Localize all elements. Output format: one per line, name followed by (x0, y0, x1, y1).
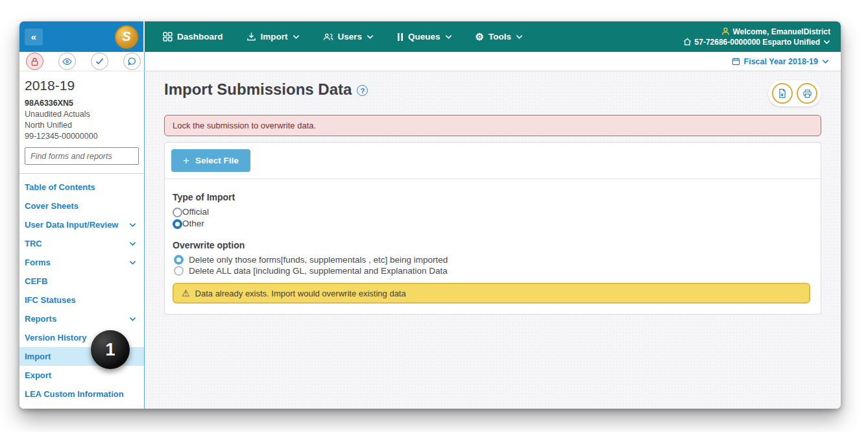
search-input[interactable] (25, 147, 139, 165)
sidebar-collapse-button[interactable]: « (25, 29, 43, 45)
file-export-icon (778, 88, 787, 99)
top-header: « S Dashboard Import (19, 21, 841, 52)
page-actions (768, 80, 821, 106)
radio-delete-all-data[interactable]: Delete ALL data [including GL, supplemen… (174, 265, 813, 276)
submission-status-icons (19, 52, 145, 71)
main-content: Import Submissions Data ? (145, 71, 841, 409)
check-icon (95, 58, 104, 65)
nav-label: Users (338, 32, 363, 42)
eye-icon (62, 58, 72, 66)
validation-status-button[interactable] (91, 53, 108, 70)
page-title: Import Submissions Data ? (164, 80, 368, 99)
radio-official[interactable]: Official (173, 206, 813, 218)
sidebar-item-cefb[interactable]: CEFB (19, 272, 144, 291)
sidebar-item-label: LEA Custom Information (25, 389, 124, 399)
sidebar-item-label: Import (25, 352, 51, 361)
sidebar-item-label: Version History (25, 333, 86, 342)
gear-icon: ⚙ (476, 32, 484, 42)
select-file-label: Select File (195, 156, 239, 165)
nav-label: Queues (408, 32, 440, 42)
user-account-area[interactable]: Welcome, EmanuelDistrict 57-72686-000000… (683, 27, 830, 47)
nav-label: Tools (488, 32, 511, 42)
chevron-down-icon (822, 59, 829, 64)
nav-item-dashboard[interactable]: Dashboard (163, 32, 223, 42)
sidebar-item-forms[interactable]: Forms (19, 253, 144, 272)
lock-icon (30, 57, 39, 66)
sidebar-item-cover-sheets[interactable]: Cover Sheets (19, 197, 144, 215)
printer-icon (802, 89, 812, 99)
person-icon (721, 27, 730, 36)
sidebar-item-label: Cover Sheets (25, 201, 78, 211)
nav-item-users[interactable]: Users (323, 32, 374, 42)
nav-item-queues[interactable]: Queues (397, 32, 452, 42)
review-status-button[interactable] (58, 53, 76, 70)
chevron-down-icon (129, 222, 136, 228)
queues-icon (397, 32, 404, 42)
sidebar-item-label: IFC Statuses (25, 295, 76, 305)
radio-icon (173, 219, 182, 229)
radio-other[interactable]: Other (173, 218, 813, 230)
radio-label: Official (182, 206, 209, 218)
submission-year: 2018-19 (25, 78, 139, 93)
chevron-down-icon (293, 34, 300, 40)
sidebar-item-user-data-input-review[interactable]: User Data Input/Review (19, 215, 144, 234)
dashboard-grid-icon (163, 32, 173, 42)
radio-label: Delete only those forms[funds, supplemen… (189, 254, 448, 265)
sidebar-item-label: Export (25, 370, 51, 380)
chevron-down-icon (367, 34, 374, 40)
help-icon[interactable]: ? (357, 85, 368, 96)
nav-item-import[interactable]: Import (247, 32, 300, 42)
radio-label: Other (182, 218, 204, 230)
home-icon (683, 38, 692, 46)
app-logo: S (115, 25, 138, 49)
nav-item-tools[interactable]: ⚙ Tools (476, 32, 523, 42)
plus-icon: + (183, 154, 189, 167)
chevron-down-icon (129, 241, 136, 246)
nav-label: Dashboard (177, 32, 223, 42)
chevron-down-icon (445, 34, 452, 40)
export-file-button[interactable] (772, 83, 793, 104)
page-title-text: Import Submissions Data (164, 80, 352, 99)
sidebar-item-ifc-statuses[interactable]: IFC Statuses (19, 291, 144, 309)
import-panel: + Select File Type of Import Official Ot… (164, 142, 821, 315)
chevron-down-icon (516, 34, 523, 40)
status-toolbar: Fiscal Year 2018-19 (19, 52, 841, 71)
sidebar-header: « S (19, 21, 145, 52)
lea-name: North Unified (25, 120, 139, 131)
sidebar-item-trc[interactable]: TRC (19, 234, 144, 253)
lock-alert-banner: Lock the submission to overwrite data. (164, 115, 821, 136)
radio-delete-forms-only[interactable]: Delete only those forms[funds, supplemen… (174, 254, 813, 265)
sidebar-item-table-of-contents[interactable]: Table of Contents (19, 178, 144, 197)
sidebar-menu: Table of Contents Cover Sheets User Data… (19, 174, 144, 403)
sidebar-item-reports[interactable]: Reports (19, 309, 144, 328)
sidebar-item-label: CEFB (25, 276, 47, 286)
sidebar-item-label: User Data Input/Review (25, 220, 119, 230)
overwrite-option-heading: Overwrite option (173, 240, 813, 250)
submission-id: 98A6336XN5 (25, 98, 139, 109)
print-button[interactable] (797, 83, 817, 104)
sidebar-item-lea-custom-information[interactable]: LEA Custom Information (19, 385, 144, 403)
fiscal-year-selector[interactable]: Fiscal Year 2018-19 (145, 52, 841, 71)
submission-type: Unaudited Actuals (25, 109, 139, 120)
organization-text: 57-72686-0000000 Esparto Unified (695, 37, 820, 47)
sidebar-item-label: Forms (25, 258, 51, 267)
lock-status-button[interactable] (26, 53, 43, 70)
comment-bubble-icon (128, 57, 136, 66)
chevron-down-icon (129, 317, 136, 322)
select-file-button[interactable]: + Select File (171, 149, 250, 172)
radio-icon (174, 266, 184, 276)
submission-info: 2018-19 98A6336XN5 Unaudited Actuals Nor… (19, 78, 144, 165)
lea-code: 99-12345-00000000 (25, 131, 139, 142)
chevron-down-icon (823, 40, 830, 45)
overwrite-warning-banner: ⚠ Data already exists. Import would over… (173, 283, 810, 304)
warning-triangle-icon: ⚠ (182, 288, 190, 298)
sidebar-item-label: TRC (25, 239, 42, 248)
comments-button[interactable] (123, 53, 141, 70)
sidebar-item-export[interactable]: Export (19, 366, 144, 385)
nav-menu: Dashboard Import Users (163, 32, 523, 42)
main-navbar: Dashboard Import Users (145, 21, 841, 52)
type-of-import-heading: Type of Import (173, 192, 813, 202)
welcome-text: Welcome, EmanuelDistrict (733, 27, 831, 37)
sidebar-item-label: Reports (25, 314, 56, 324)
chevron-down-icon (129, 260, 136, 265)
